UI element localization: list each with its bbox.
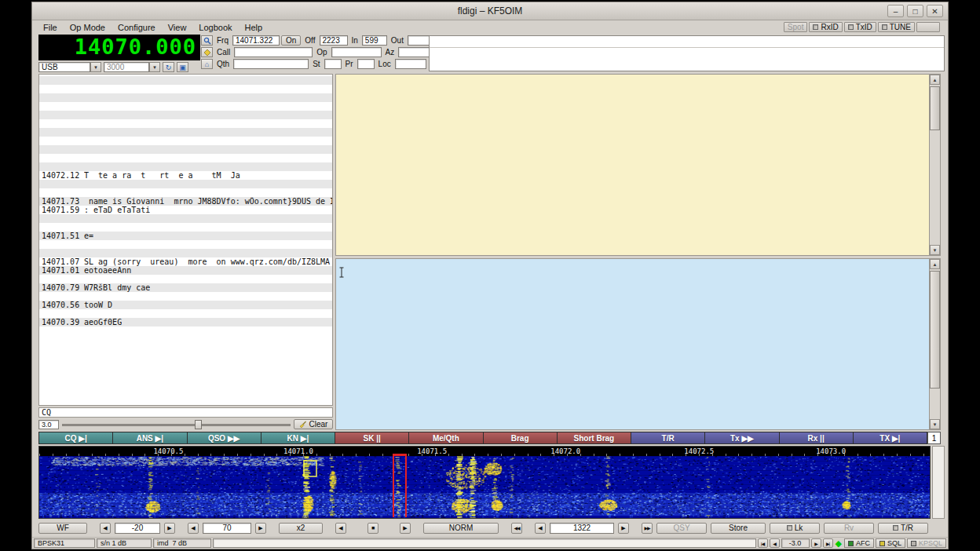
afc-toggle[interactable]: AFC [844, 538, 874, 548]
waterfall-canvas[interactable] [39, 456, 930, 518]
adj-last-button[interactable]: ▶| [823, 538, 833, 548]
adj-first-button[interactable]: |◀ [758, 538, 768, 548]
browser-row[interactable]: 14071.73 name is Giovanni mrno JM88DVfo:… [42, 197, 332, 206]
rx-scrollbar[interactable]: ▲ ▼ [929, 75, 940, 255]
menu-item-configure[interactable]: Configure [112, 22, 162, 33]
op-input[interactable] [331, 47, 382, 57]
blank-button[interactable] [916, 22, 940, 32]
reverse-button[interactable]: Rv [824, 523, 874, 534]
mode-select[interactable]: USB ▼ [38, 62, 101, 72]
macro-button-tx[interactable]: Tx ▶▶ [705, 432, 779, 444]
sig-level-value[interactable]: -20 [115, 523, 160, 534]
sig-range-dec-button[interactable]: ◀ [188, 523, 199, 534]
tx-text-panel[interactable]: ▲ ▼ [335, 258, 941, 430]
macro-button-rx[interactable]: Rx || [780, 432, 854, 444]
macro-button-tx2[interactable]: TX ▶| [854, 432, 927, 444]
pr-input[interactable] [357, 59, 375, 69]
menu-item-file[interactable]: File [37, 22, 64, 33]
carrier-inc-fast-button[interactable]: ▶▶ [642, 523, 653, 534]
macro-button-kn[interactable]: KN ▶| [261, 432, 335, 444]
scrollbar-thumb[interactable] [930, 271, 940, 389]
macro-button-qso[interactable]: QSO ▶▶ [188, 432, 261, 444]
loc-input[interactable] [395, 59, 426, 69]
browser-row[interactable]: 14070.79W7RšBl dmy cae [42, 283, 332, 292]
browser-row[interactable]: 14071.51e= [42, 232, 332, 240]
log-notes-panel[interactable] [429, 35, 945, 71]
dropdown-arrow-icon[interactable]: ▼ [149, 62, 160, 72]
carrier-dec-button[interactable]: ◀ [535, 523, 546, 534]
zoom-x2-button[interactable]: x2 [279, 523, 323, 534]
menu-item-op-mode[interactable]: Op Mode [64, 22, 112, 33]
macro-button-brag[interactable]: Brag [484, 432, 558, 444]
grid-icon-button[interactable]: ▣ [177, 62, 188, 72]
carrier-inc-button[interactable]: ▶ [618, 523, 629, 534]
squelch-value[interactable]: 3.0 [38, 420, 59, 429]
on-button[interactable]: On [281, 35, 301, 46]
dropdown-arrow-icon[interactable]: ▼ [90, 62, 101, 72]
search-icon-button[interactable] [201, 35, 213, 46]
in-input[interactable]: 599 [362, 35, 387, 46]
az-input[interactable] [398, 47, 430, 57]
tag-icon-button[interactable] [201, 47, 213, 57]
cursor-line-right[interactable] [405, 454, 407, 517]
frq-input[interactable]: 14071.322 [232, 35, 280, 46]
wf-shift-right-button[interactable]: ▶ [400, 523, 411, 534]
adj-next-button[interactable]: ▶ [811, 538, 821, 548]
tune-toggle[interactable]: TUNE [878, 22, 915, 32]
wf-shift-left-button[interactable]: ◀ [335, 523, 346, 534]
rxid-toggle[interactable]: RxID [809, 22, 842, 32]
slider-knob[interactable] [195, 420, 202, 429]
mode-status-button[interactable]: BPSK31 [34, 538, 95, 548]
macro-button-short-brag[interactable]: Short Brag [558, 432, 631, 444]
scroll-up-button[interactable]: ▲ [930, 75, 940, 85]
cursor-line-left[interactable] [393, 454, 394, 517]
bandwidth-select[interactable]: 3000 ▼ [104, 62, 160, 72]
signal-browser[interactable]: 14072.12T te a ra t rt e a tM Ja 14071.7… [38, 74, 333, 406]
carrier-value[interactable]: 1322 [550, 523, 614, 534]
macro-set-button[interactable]: 1 [927, 432, 941, 444]
sig-range-inc-button[interactable]: ▶ [255, 523, 266, 534]
menu-item-logbook[interactable]: Logbook [192, 22, 238, 33]
st-input[interactable] [324, 59, 342, 69]
close-button[interactable]: ✕ [927, 5, 943, 17]
macro-button-cq[interactable]: CQ ▶| [38, 432, 113, 444]
wf-mode-button[interactable]: WF [38, 523, 87, 534]
sql-toggle[interactable]: SQL [876, 538, 905, 548]
scrollbar-track[interactable] [930, 85, 940, 245]
macro-button-ans[interactable]: ANS ▶| [113, 432, 187, 444]
lock-toggle[interactable]: Lk [770, 523, 820, 534]
browser-row[interactable]: 14071.01eotoaeeAnn [42, 266, 332, 275]
menu-item-help[interactable]: Help [239, 22, 269, 33]
spot-toggle[interactable]: Spot [784, 22, 808, 32]
off-input[interactable]: 2223 [320, 35, 348, 46]
minimize-button[interactable]: – [887, 5, 904, 17]
scroll-down-button[interactable]: ▼ [930, 419, 940, 429]
squelch-slider[interactable] [60, 420, 292, 429]
tx-scrollbar[interactable]: ▲ ▼ [929, 259, 940, 429]
kpsql-toggle[interactable]: KPSQL [907, 538, 946, 548]
browser-row[interactable]: 14070.56tooW D [42, 301, 332, 309]
rx-text-panel[interactable]: ▲ ▼ [335, 74, 941, 256]
sig-level-dec-button[interactable]: ◀ [100, 523, 111, 534]
qth-input[interactable] [233, 59, 309, 69]
scroll-down-button[interactable]: ▼ [930, 245, 940, 255]
store-button[interactable]: Store [711, 523, 766, 534]
call-input[interactable] [234, 47, 313, 57]
norm-speed-button[interactable]: NORM [423, 523, 499, 534]
adj-prev-button[interactable]: ◀ [770, 538, 780, 548]
browser-row[interactable]: 14070.39aeoGf0EG [42, 318, 332, 327]
scroll-up-button[interactable]: ▲ [930, 259, 940, 269]
txrx-toggle[interactable]: T/R [878, 523, 928, 534]
scrollbar-track[interactable] [930, 269, 940, 419]
txid-toggle[interactable]: TxID [844, 22, 876, 32]
browser-row[interactable]: 14071.07SL ag (sorry ureau) more on www.… [42, 257, 332, 266]
browser-row[interactable]: 14072.12T te a ra t rt e a tM Ja [42, 171, 332, 180]
tx-input-line[interactable]: CQ [38, 407, 333, 418]
maximize-button[interactable]: □ [907, 5, 923, 17]
browser-row[interactable]: 14071.59: eTaD eTaTati [42, 206, 332, 214]
sig-range-value[interactable]: 70 [203, 523, 251, 534]
adj-value[interactable]: -3.0 [781, 538, 810, 548]
clear-button[interactable]: Clear [294, 419, 333, 429]
macro-button-me-qth[interactable]: Me/Qth [409, 432, 483, 444]
refresh-icon-button[interactable]: ↻ [163, 62, 174, 72]
